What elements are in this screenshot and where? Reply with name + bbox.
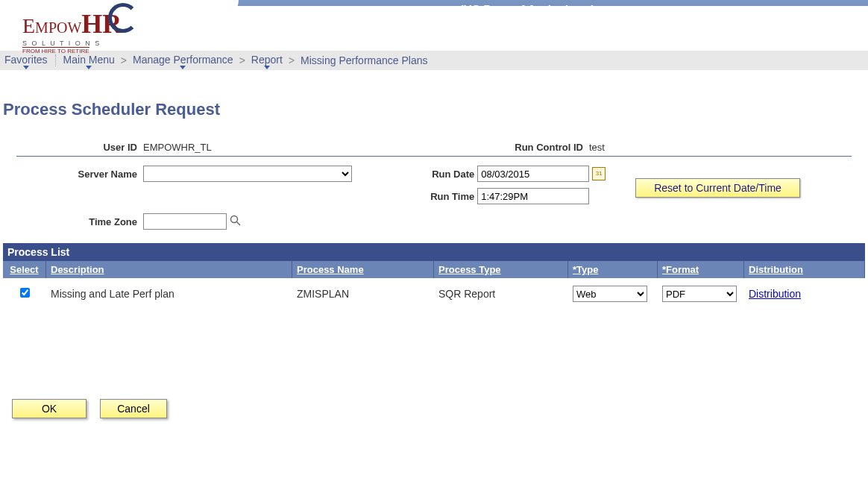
user-id-value: EMPOWHR_TL	[143, 142, 212, 153]
col-header-format[interactable]: *Format	[658, 261, 744, 278]
breadcrumb-manage-performance[interactable]: Manage Performance	[133, 54, 233, 67]
breadcrumb-missing-performance-plans[interactable]: Missing Performance Plans	[301, 54, 427, 66]
distribution-link[interactable]: Distribution	[749, 288, 801, 300]
row-process-name: ZMISPLAN	[292, 286, 434, 301]
form-divider	[16, 156, 852, 157]
breadcrumb-divider	[55, 54, 56, 66]
user-id-label: User ID	[18, 142, 137, 153]
svg-line-1	[237, 221, 241, 225]
run-time-label: Run Time	[392, 191, 474, 202]
breadcrumb-main-menu[interactable]: Main Menu	[63, 54, 115, 67]
page-title: Process Scheduler Request	[3, 100, 865, 119]
col-header-process-name[interactable]: Process Name	[292, 261, 434, 278]
ok-button[interactable]: OK	[12, 399, 87, 418]
row-format-select[interactable]: PDF	[662, 286, 737, 302]
time-zone-input[interactable]	[143, 213, 227, 230]
breadcrumb-sep: >	[289, 54, 295, 66]
run-date-input[interactable]	[477, 166, 589, 182]
cancel-button[interactable]: Cancel	[100, 399, 167, 418]
table-row: Missing and Late Perf plan ZMISPLAN SQR …	[3, 278, 865, 309]
run-time-input[interactable]	[477, 188, 589, 204]
run-control-id-value: test	[589, 142, 605, 153]
time-zone-label: Time Zone	[18, 216, 137, 227]
logo-solutions: S O L U T I O N S	[22, 40, 101, 47]
run-date-label: Run Date	[392, 169, 474, 180]
breadcrumb-report[interactable]: Report	[251, 54, 283, 67]
col-header-select[interactable]: Select	[3, 261, 46, 278]
lookup-icon[interactable]	[230, 215, 242, 229]
breadcrumb-sep: >	[121, 54, 127, 66]
row-process-type: SQR Report	[434, 286, 568, 301]
logo-tagline: FROM HIRE TO RETIRE	[22, 47, 89, 54]
process-list-headers: Select Description Process Name Process …	[3, 261, 865, 278]
breadcrumb-sep: >	[239, 54, 245, 66]
row-select-checkbox[interactable]	[20, 288, 30, 298]
breadcrumb-favorites[interactable]: Favorites	[4, 54, 48, 67]
svg-point-0	[231, 216, 238, 222]
col-header-distribution[interactable]: Distribution	[744, 261, 865, 278]
logo: EmpowHR S O L U T I O N S FROM HIRE TO R…	[22, 3, 138, 54]
row-description: Missing and Late Perf plan	[46, 286, 292, 301]
logo-ring-icon	[108, 3, 138, 33]
run-control-id-label: Run Control ID	[434, 142, 583, 153]
logo-area: EmpowHR S O L U T I O N S FROM HIRE TO R…	[0, 6, 868, 51]
col-header-process-type[interactable]: Process Type	[434, 261, 568, 278]
col-header-type[interactable]: *Type	[568, 261, 658, 278]
server-name-label: Server Name	[18, 169, 137, 180]
process-list-caption: Process List	[3, 243, 865, 261]
col-header-description[interactable]: Description	[46, 261, 292, 278]
logo-empow: Empow	[22, 14, 81, 38]
server-name-select[interactable]	[143, 166, 352, 182]
reset-date-time-button[interactable]: Reset to Current Date/Time	[635, 178, 800, 198]
row-type-select[interactable]: Web	[573, 286, 647, 302]
calendar-icon[interactable]: 31	[592, 167, 606, 180]
